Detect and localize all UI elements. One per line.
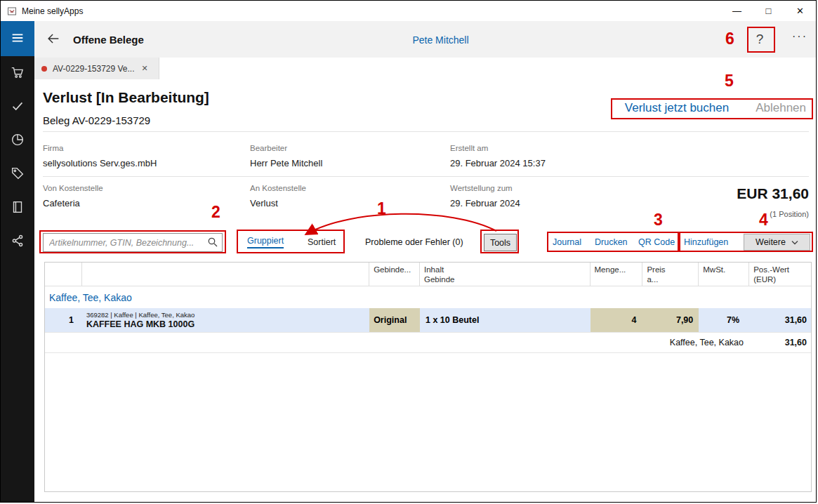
document-total: EUR 31,60: [737, 185, 809, 202]
summary-label: Kaffee, Tee, Kakao: [45, 338, 749, 347]
field-value-firma: sellysolutions Serv.ges.mbH: [43, 158, 157, 168]
sidebar-item-cart[interactable]: [1, 56, 34, 90]
article-name: KAFFEE HAG MKB 1000G: [86, 319, 369, 329]
search-input[interactable]: [43, 233, 223, 252]
field-label-von-kostenstelle: Von Kostenstelle: [43, 184, 103, 192]
sidebar-item-tasks[interactable]: [1, 90, 34, 124]
divider: [43, 131, 809, 132]
more-dropdown-button[interactable]: Weitere: [744, 234, 810, 251]
col-header-mwst[interactable]: MwSt.: [699, 263, 749, 286]
app-window: Meine sellyApps — □ ✕: [0, 0, 817, 503]
page-header: Offene Belege Pete Mitchell ? ···: [34, 21, 816, 58]
search-field-wrap: [43, 233, 223, 252]
sidebar-item-prices[interactable]: [1, 157, 34, 191]
book-icon: [10, 199, 25, 217]
col-header-menge[interactable]: Menge...: [591, 263, 643, 286]
document-title: Verlust [In Bearbeitung]: [43, 89, 209, 106]
titlebar: Meine sellyApps — □ ✕: [1, 1, 816, 21]
col-header-article[interactable]: [82, 263, 369, 286]
qr-code-link[interactable]: QR Code: [638, 234, 675, 250]
col-header-pos[interactable]: [45, 263, 82, 286]
group-header[interactable]: Kaffee, Tee, Kakao: [45, 286, 811, 308]
field-value-an-kostenstelle: Verlust: [250, 198, 278, 208]
positions-table: Gebinde... Inhalt Gebinde Menge... Preis…: [44, 262, 812, 492]
search-icon: [207, 237, 218, 251]
field-label-wertstellung: Wertstellung zum: [450, 184, 513, 192]
cell-inhalt-gebinde: 1 x 10 Beutel: [420, 308, 591, 332]
window-controls: — □ ✕: [721, 1, 816, 21]
tag-icon: [10, 166, 25, 183]
cell-pos-wert: 31,60: [749, 308, 811, 332]
tab-bar: AV-0229-153729 Ve... ✕: [34, 58, 816, 79]
cell-mwst: 7%: [699, 308, 749, 332]
page-title: Offene Belege: [73, 34, 144, 46]
minimize-button[interactable]: —: [721, 1, 753, 21]
field-label-bearbeiter: Bearbeiter: [250, 144, 287, 152]
table-row[interactable]: 1 369282 | Kaffee | Kaffee, Tee, Kakao K…: [45, 308, 811, 333]
divider: [43, 176, 809, 177]
back-arrow-icon: [46, 31, 61, 48]
field-label-an-kostenstelle: An Kostenstelle: [250, 184, 306, 192]
document-number: Beleg AV-0229-153729: [43, 114, 150, 126]
book-loss-button[interactable]: Verlust jetzt buchen: [625, 101, 729, 115]
tab-modified-dot: [41, 66, 47, 72]
document-tab[interactable]: AV-0229-153729 Ve... ✕: [34, 58, 159, 79]
more-dropdown-label: Weitere: [756, 237, 786, 247]
reject-button[interactable]: Ablehnen: [756, 101, 806, 115]
field-label-firma: Firma: [43, 144, 63, 152]
document-actions: Verlust jetzt buchen Ablehnen: [625, 101, 806, 115]
cell-position: 1: [45, 308, 82, 332]
table-header-row: Gebinde... Inhalt Gebinde Menge... Preis…: [45, 263, 811, 286]
main-content: Verlust [In Bearbeitung] Beleg AV-0229-1…: [34, 79, 816, 502]
sidebar-item-journal[interactable]: [1, 191, 34, 225]
article-meta: 369282 | Kaffee | Kaffee, Tee, Kakao: [86, 311, 369, 319]
position-count: (1 Position): [770, 210, 809, 218]
window-title: Meine sellyApps: [22, 6, 83, 16]
cart-icon: [10, 65, 25, 82]
field-value-wertstellung: 29. Februar 2024: [450, 198, 520, 208]
field-value-erstellt-am: 29. Februar 2024 15:37: [450, 158, 546, 168]
sidebar-item-share[interactable]: [1, 225, 34, 258]
sidebar-item-reports[interactable]: [1, 124, 34, 157]
print-link[interactable]: Drucken: [595, 234, 628, 250]
pie-chart-icon: [10, 132, 25, 150]
col-header-inhalt-gebinde[interactable]: Inhalt Gebinde: [420, 263, 591, 286]
hamburger-menu-button[interactable]: [1, 21, 34, 56]
more-options-button[interactable]: ···: [792, 30, 807, 43]
toggle-grouped[interactable]: Gruppiert: [247, 234, 284, 248]
cell-article: 369282 | Kaffee | Kaffee, Tee, Kakao KAF…: [82, 308, 369, 332]
col-header-pos-wert[interactable]: Pos.-Wert (EUR): [749, 263, 811, 286]
journal-link[interactable]: Journal: [553, 234, 581, 250]
app-icon: [7, 6, 17, 16]
menu-icon: [10, 30, 25, 48]
cell-preis[interactable]: 7,90: [642, 308, 699, 332]
summary-value: 31,60: [749, 338, 811, 347]
problems-label: Probleme oder Fehler (0): [365, 234, 463, 250]
cell-menge[interactable]: 4: [591, 308, 643, 332]
field-label-erstellt-am: Erstellt am: [450, 144, 488, 152]
col-header-preis[interactable]: Preis a...: [642, 263, 699, 286]
share-icon: [10, 233, 25, 251]
close-button[interactable]: ✕: [784, 1, 816, 21]
add-link[interactable]: Hinzufügen: [684, 234, 728, 250]
sidebar: [1, 21, 34, 502]
col-header-gebinde[interactable]: Gebinde...: [369, 263, 420, 286]
tools-button[interactable]: Tools: [484, 234, 517, 251]
help-button[interactable]: ?: [748, 27, 771, 51]
group-summary-row: Kaffee, Tee, Kakao 31,60: [45, 333, 811, 353]
user-button[interactable]: Pete Mitchell: [412, 34, 468, 46]
maximize-button[interactable]: □: [753, 1, 784, 21]
field-value-bearbeiter: Herr Pete Mitchell: [250, 158, 322, 168]
chevron-down-icon: [791, 237, 798, 247]
check-icon: [10, 98, 25, 116]
tab-close-icon[interactable]: ✕: [142, 64, 148, 73]
back-button[interactable]: [43, 29, 64, 50]
cell-gebinde: Original: [369, 308, 420, 332]
tab-label: AV-0229-153729 Ve...: [53, 64, 135, 74]
toggle-sorted[interactable]: Sortiert: [308, 234, 336, 250]
field-value-von-kostenstelle: Cafeteria: [43, 198, 80, 208]
